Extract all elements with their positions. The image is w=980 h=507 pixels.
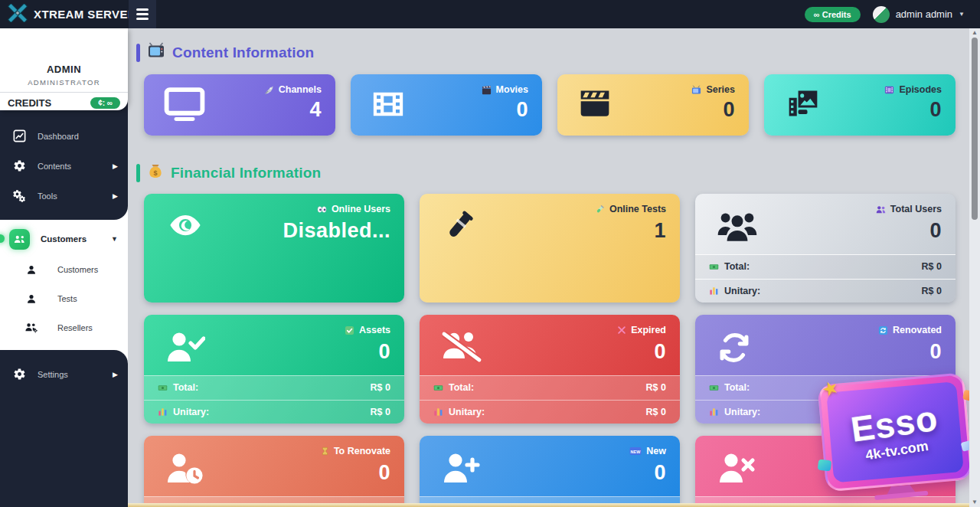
vial-icon xyxy=(441,209,476,247)
sidebar-item-label: Dashboard xyxy=(38,132,79,141)
submenu-item-tests[interactable]: Tests xyxy=(0,284,128,313)
users-icon xyxy=(717,209,758,246)
sidebar-item-tools[interactable]: Tools xyxy=(0,181,128,211)
card-value: 0 xyxy=(378,340,390,364)
accent-bar xyxy=(136,164,140,182)
banknote-icon xyxy=(158,383,168,393)
user-icon xyxy=(24,293,39,305)
chevron-right-icon xyxy=(113,192,118,200)
credits-value-badge: ¢: ∞ xyxy=(90,97,120,109)
gear-icon xyxy=(11,368,27,381)
tv-icon xyxy=(691,85,701,95)
profile-card: ADMIN ADMINISTRATOR CREDITS ¢: ∞ xyxy=(0,28,128,110)
sidebar-toggle-button[interactable] xyxy=(129,0,156,28)
total-row: Total: R$ 0 xyxy=(144,375,404,400)
card-value: 0 xyxy=(654,461,666,485)
credits-badge[interactable]: ∞ Credits xyxy=(805,7,861,22)
gear-icon xyxy=(11,159,27,172)
eye-icon xyxy=(165,209,205,244)
scroll-up-arrow-icon[interactable] xyxy=(969,28,980,38)
row-value: R$ 0 xyxy=(922,286,942,296)
user-name: admin admin xyxy=(896,8,952,20)
sidebar-item-contents[interactable]: Contents xyxy=(0,151,128,181)
submenu-item-label: Customers xyxy=(57,265,98,274)
row-label: Total: xyxy=(724,261,750,272)
x-icon xyxy=(617,325,626,335)
card-label-text: New xyxy=(646,446,666,456)
sidebar-item-label: Customers xyxy=(41,234,87,244)
user-plus-icon xyxy=(441,451,481,488)
bar-chart-icon xyxy=(433,407,443,417)
user-menu[interactable]: admin admin xyxy=(873,6,965,23)
row-value: R$ 0 xyxy=(646,382,666,393)
row-value: R$ 0 xyxy=(371,382,390,393)
card-label-text: Movies xyxy=(496,84,528,95)
accent-bar xyxy=(136,44,140,62)
total-row: Total: R$ 0 xyxy=(420,375,680,400)
avatar xyxy=(873,6,890,23)
new-card: NEW New 0 xyxy=(420,436,680,507)
sidebar-item-label: Tools xyxy=(38,191,57,201)
banknote-icon xyxy=(709,383,719,393)
financial-section-title: $ Financial Information xyxy=(136,163,321,183)
card-label-text: Online Tests xyxy=(609,204,666,214)
scroll-down-arrow-icon[interactable] xyxy=(969,498,980,507)
sidebar-item-customers[interactable]: Customers xyxy=(0,223,128,255)
card-value: 0 xyxy=(929,219,942,243)
users-gear-icon xyxy=(24,322,39,334)
row-label: Unitary: xyxy=(724,407,760,417)
submenu-item-label: Resellers xyxy=(57,323,93,332)
expired-card: Expired 0 Total: R$ 0 xyxy=(420,315,680,424)
row-label: Total: xyxy=(724,382,750,393)
film-icon xyxy=(371,87,406,125)
card-label-text: Total Users xyxy=(890,204,942,214)
card-label-text: Series xyxy=(706,84,735,95)
card-label-text: To Renovate xyxy=(334,446,390,456)
chevron-right-icon xyxy=(113,371,118,378)
to-renovate-card: To Renovate 0 xyxy=(144,436,404,507)
bar-chart-icon xyxy=(709,286,719,296)
row-label: Total: xyxy=(449,382,474,393)
card-value: 1 xyxy=(654,219,666,243)
decor-tile-icon xyxy=(818,460,832,472)
users-slash-icon xyxy=(441,330,482,367)
vertical-scrollbar[interactable] xyxy=(969,28,980,507)
clapperboard-icon xyxy=(577,87,612,123)
sidebar-item-label: Settings xyxy=(38,370,68,379)
brand: XTREAM SERVER xyxy=(0,4,121,25)
rotate-icon xyxy=(717,330,752,368)
submenu-item-label: Tests xyxy=(57,294,77,303)
submenu-item-customers[interactable]: Customers xyxy=(0,255,128,284)
card-value: 0 xyxy=(378,461,390,485)
card-value: 0 xyxy=(929,98,942,122)
bar-chart-icon xyxy=(158,407,168,417)
card-label-text: Assets xyxy=(359,325,390,335)
bar-chart-icon xyxy=(709,407,719,417)
satellite-icon xyxy=(264,85,274,95)
assets-card: Assets 0 Total: R$ 0 xyxy=(144,315,404,424)
active-indicator-dot xyxy=(0,234,5,243)
chevron-down-icon xyxy=(959,11,965,18)
card-value: 0 xyxy=(929,340,942,364)
check-icon xyxy=(345,325,354,335)
sidebar-item-dashboard[interactable]: Dashboard xyxy=(0,121,128,151)
users-icon xyxy=(9,229,30,250)
chevron-down-icon xyxy=(111,235,118,243)
scrollbar-thumb[interactable] xyxy=(972,38,978,220)
card-label-text: Episodes xyxy=(899,84,942,95)
svg-text:$: $ xyxy=(153,169,157,177)
sidebar-item-label: Contents xyxy=(38,162,71,171)
svg-text:NEW: NEW xyxy=(631,450,642,454)
card-label-text: Renovated xyxy=(893,325,942,335)
total-users-card: Total Users 0 Total: R$ 0 xyxy=(695,194,956,303)
profile-role: ADMINISTRATOR xyxy=(28,78,100,87)
user-clock-icon xyxy=(165,451,205,488)
submenu-item-resellers[interactable]: Resellers xyxy=(0,313,128,342)
banknote-icon xyxy=(709,262,719,272)
clapper-icon xyxy=(482,85,492,95)
sidebar-item-settings[interactable]: Settings xyxy=(0,359,128,389)
photo-film-icon xyxy=(784,87,822,123)
series-card: Series 0 xyxy=(557,74,749,136)
row-label: Unitary: xyxy=(173,407,209,417)
unitary-row: Unitary: R$ 0 xyxy=(144,400,404,424)
